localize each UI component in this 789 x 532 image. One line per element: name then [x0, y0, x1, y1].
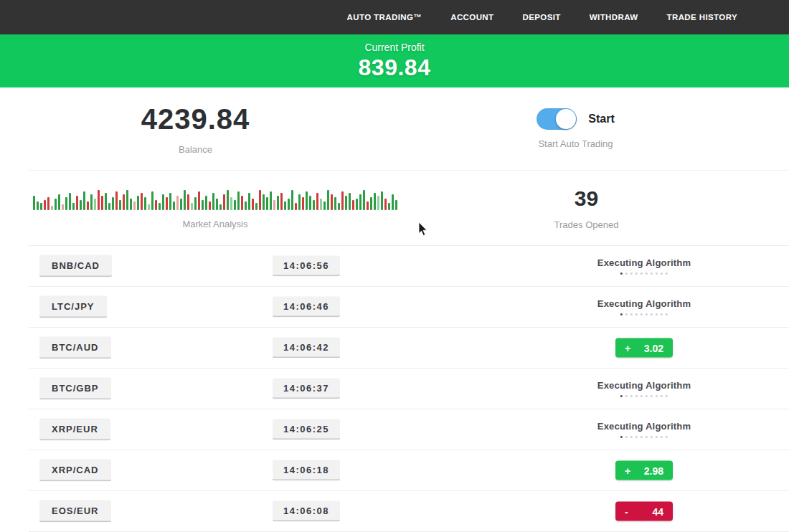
time-chip[interactable]: 14:06:25	[273, 419, 340, 440]
executing-algorithm-label: Executing Algorithm	[597, 380, 691, 391]
pair-chip[interactable]: BTC/AUD	[39, 337, 111, 359]
top-navbar: AUTO TRADING™ACCOUNTDEPOSITWITHDRAWTRADE…	[0, 0, 789, 34]
current-profit-value: 839.84	[359, 54, 431, 81]
time-chip[interactable]: 14:06:56	[273, 256, 340, 277]
executing-algorithm-label: Executing Algorithm	[597, 257, 691, 268]
time-chip[interactable]: 14:06:37	[273, 379, 340, 399]
progress-dots	[597, 313, 691, 315]
start-auto-trading-label: Start Auto Trading	[538, 138, 613, 149]
table-row: BTC/AUD 14:06:42 + 3.02	[29, 328, 789, 369]
pair-chip[interactable]: XRP/EUR	[39, 419, 110, 441]
market-analysis-label: Market Analysis	[182, 219, 247, 229]
result-badge: - 44	[615, 502, 673, 521]
toggle-knob	[556, 109, 576, 129]
time-chip[interactable]: 14:06:42	[273, 338, 340, 358]
pair-chip[interactable]: BNB/CAD	[39, 255, 112, 277]
table-row: XRP/CAD 14:06:18 + 2.98	[29, 450, 789, 491]
executing-algorithm-label: Executing Algorithm	[597, 298, 691, 309]
table-row: LTC/JPY 14:06:46 Executing Algorithm	[29, 287, 789, 328]
result-value: 3.02	[644, 342, 663, 353]
executing-algorithm-label: Executing Algorithm	[597, 421, 691, 432]
stats-row-market: Market Analysis 39 Trades Opened	[29, 170, 789, 245]
table-row: EOS/EUR 14:06:08 - 44	[29, 491, 789, 532]
current-profit-label: Current Profit	[364, 42, 424, 53]
auto-trading-toggle[interactable]	[537, 108, 577, 130]
table-row: BTC/GBP 14:06:37 Executing Algorithm	[29, 369, 789, 409]
result-value: 44	[652, 505, 663, 517]
time-chip[interactable]: 14:06:18	[273, 460, 340, 481]
nav-item-auto-trading[interactable]: AUTO TRADING™	[347, 13, 422, 22]
result-sign: -	[625, 505, 628, 517]
progress-dots	[597, 395, 691, 397]
trades-opened-value: 39	[575, 186, 598, 211]
result-badge: + 2.98	[615, 461, 673, 480]
nav-item-trade-history[interactable]: TRADE HISTORY	[667, 13, 738, 22]
toggle-start-label: Start	[588, 113, 614, 125]
nav-item-withdraw[interactable]: WITHDRAW	[590, 13, 638, 22]
table-row: XRP/EUR 14:06:25 Executing Algorithm	[29, 409, 789, 450]
table-row: BNB/CAD 14:06:56 Executing Algorithm	[29, 246, 789, 287]
pair-chip[interactable]: EOS/EUR	[39, 500, 111, 523]
trades-table: BNB/CAD 14:06:56 Executing Algorithm LTC…	[29, 245, 789, 532]
progress-dots	[597, 436, 691, 438]
current-profit-banner: Current Profit 839.84	[0, 34, 789, 87]
time-chip[interactable]: 14:06:46	[273, 297, 340, 318]
progress-dots	[597, 272, 691, 275]
pair-chip[interactable]: XRP/CAD	[39, 460, 111, 482]
market-analysis-chart	[33, 187, 397, 210]
pair-chip[interactable]: LTC/JPY	[39, 296, 107, 318]
result-value: 2.98	[644, 465, 663, 476]
result-badge: + 3.02	[615, 338, 673, 358]
trades-opened-label: Trades Opened	[554, 219, 619, 230]
nav-item-account[interactable]: ACCOUNT	[450, 13, 493, 22]
stats-row-balance: 4239.84 Balance Start Start Auto Trading	[0, 87, 789, 170]
time-chip[interactable]: 14:06:08	[273, 501, 340, 522]
result-sign: +	[625, 465, 630, 476]
balance-label: Balance	[179, 144, 212, 155]
pair-chip[interactable]: BTC/GBP	[39, 378, 111, 400]
result-sign: +	[625, 342, 630, 353]
balance-value: 4239.84	[141, 103, 250, 136]
nav-item-deposit[interactable]: DEPOSIT	[523, 13, 561, 22]
